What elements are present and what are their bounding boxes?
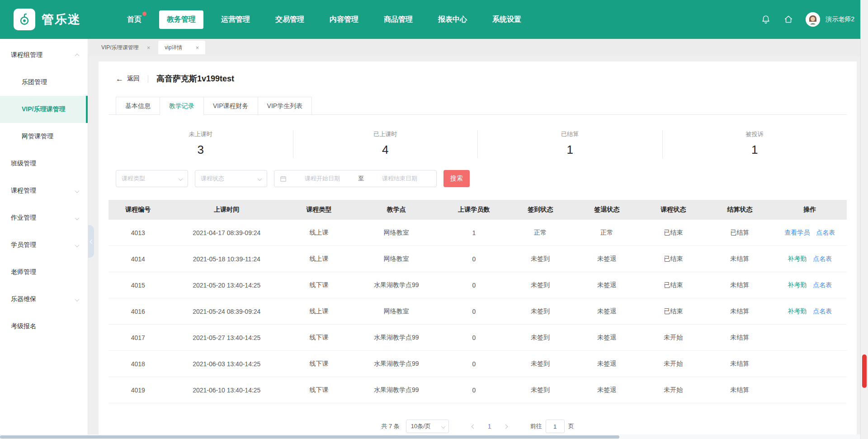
stat-value: 4 (293, 143, 478, 157)
detail-tab[interactable]: VIP学生列表 (258, 97, 312, 115)
nav-item[interactable]: 运营管理 (213, 10, 258, 29)
goto-page: 前往 页 (530, 420, 574, 433)
prev-page-button[interactable] (468, 425, 478, 428)
action-link[interactable]: 点名表 (813, 255, 832, 262)
table-header-cell: 结算状态 (707, 206, 773, 214)
current-page-number[interactable]: 1 (484, 423, 495, 430)
table-cell-site: 网络教室 (352, 307, 441, 316)
table-cell-site: 网络教室 (352, 255, 441, 263)
sidebar-item[interactable]: 课程管理 (0, 177, 88, 204)
table-cell-settle: 已结算 (707, 229, 773, 237)
stat-cell: 未上课时3 (108, 130, 293, 158)
sidebar-item[interactable]: 考级报名 (0, 313, 88, 340)
stat-label: 已上课时 (293, 130, 478, 138)
sidebar-item-label: 老师管理 (11, 268, 36, 276)
stat-cell: 已结算1 (478, 130, 663, 158)
sidebar-collapse-handle[interactable] (88, 225, 94, 258)
close-icon[interactable]: × (147, 45, 151, 51)
user-name[interactable]: 演示老师2 (826, 15, 854, 24)
page-size-select[interactable]: 10条/页 (406, 420, 449, 433)
page-tab[interactable]: vip详情× (158, 41, 205, 54)
action-link[interactable]: 补考勤 (788, 255, 807, 262)
brand[interactable]: 管乐迷 (14, 9, 81, 30)
horizontal-scrollbar[interactable] (0, 434, 860, 439)
page-tab-label: vip详情 (165, 44, 182, 52)
action-link[interactable]: 点名表 (813, 281, 832, 288)
stat-label: 未上课时 (108, 130, 293, 138)
nav-item[interactable]: 交易管理 (268, 10, 312, 29)
goto-label: 前往 (530, 422, 542, 430)
table-cell-type: 线上课 (286, 229, 352, 237)
date-separator: 至 (358, 175, 364, 183)
table-cell-checkin: 未签到 (507, 281, 574, 289)
nav-item[interactable]: 系统设置 (485, 10, 529, 29)
detail-tab[interactable]: 基本信息 (116, 97, 160, 115)
vertical-scrollbar[interactable] (860, 0, 868, 439)
header-divider (148, 75, 148, 83)
action-link[interactable]: 查看学员 (784, 229, 810, 236)
action-link[interactable]: 补考勤 (788, 307, 807, 315)
table-cell-status: 已结束 (640, 229, 707, 237)
vertical-scrollbar-thumb[interactable] (862, 354, 867, 388)
sidebar-item[interactable]: VIP/乐理课管理 (0, 96, 88, 123)
sidebar-item[interactable]: 作业管理 (0, 204, 88, 231)
table-cell-checkout: 未签退 (574, 334, 640, 342)
nav-item-label: 交易管理 (275, 15, 304, 23)
nav-item[interactable]: 内容管理 (322, 10, 366, 29)
table-cell-id: 4019 (108, 387, 168, 394)
date-range-input[interactable]: 课程开始日期 至 课程结束日期 (274, 170, 437, 187)
table-header-cell: 课程状态 (640, 206, 707, 214)
table-row: 40132021-04-17 08:39-09:24线上课网络教室1正常正常已结… (108, 220, 847, 246)
table-header-cell: 课程类型 (286, 206, 352, 214)
table-header-cell: 教学点 (352, 206, 441, 214)
sidebar-item[interactable]: 乐器维保 (0, 286, 88, 313)
table-cell-checkout: 未签退 (574, 360, 640, 368)
table-cell-actions: 补考勤点名表 (773, 281, 847, 289)
search-button[interactable]: 搜索 (443, 170, 470, 187)
course-type-select[interactable]: 课程类型 (116, 170, 188, 187)
horizontal-scrollbar-thumb[interactable] (0, 435, 619, 439)
table-cell-checkout: 未签退 (574, 255, 640, 263)
detail-tab[interactable]: VIP课程财务 (204, 97, 258, 115)
nav-item[interactable]: 首页 (119, 10, 149, 29)
action-link[interactable]: 补考勤 (788, 281, 807, 288)
action-link[interactable]: 点名表 (813, 307, 832, 315)
user-avatar[interactable] (806, 12, 820, 27)
table-cell-settle: 未结算 (707, 281, 773, 289)
table-cell-site: 水果湖教学点99 (352, 281, 441, 289)
close-icon[interactable]: × (196, 45, 199, 51)
table-cell-students: 1 (441, 229, 507, 236)
back-button[interactable]: ← 返回 (116, 75, 140, 83)
table-cell-students: 0 (441, 308, 507, 315)
home-icon[interactable] (783, 14, 794, 25)
nav-item-label: 商品管理 (384, 15, 413, 23)
nav-item[interactable]: 商品管理 (376, 10, 420, 29)
sidebar-item-label: 作业管理 (11, 214, 36, 222)
table-cell-status: 未开始 (640, 386, 707, 394)
table-cell-checkin: 未签到 (507, 307, 574, 316)
table-cell-id: 4015 (108, 282, 168, 289)
sidebar-item[interactable]: 老师管理 (0, 259, 88, 286)
notifications-bell-icon[interactable] (760, 14, 771, 25)
detail-tab[interactable]: 教学记录 (160, 97, 204, 115)
notification-dot-icon (142, 12, 146, 16)
sidebar-item-label: 网管课管理 (22, 132, 53, 141)
sidebar-item[interactable]: 乐团管理 (0, 69, 88, 96)
chevron-up-icon (75, 52, 79, 59)
sidebar-item[interactable]: 网管课管理 (0, 123, 88, 150)
table-body: 40132021-04-17 08:39-09:24线上课网络教室1正常正常已结… (108, 220, 847, 403)
action-link[interactable]: 点名表 (816, 229, 835, 236)
sidebar-item[interactable]: 班级管理 (0, 150, 88, 177)
table-cell-id: 4018 (108, 360, 168, 368)
goto-page-input[interactable] (546, 420, 565, 433)
next-page-button[interactable] (501, 425, 511, 428)
sidebar-item[interactable]: 学员管理 (0, 231, 88, 259)
page-tab[interactable]: VIP/乐理课管理× (95, 41, 156, 54)
sidebar-item[interactable]: 课程组管理 (0, 42, 88, 69)
table-cell-status: 已结束 (640, 255, 707, 263)
nav-item[interactable]: 报表中心 (430, 10, 475, 29)
course-status-select[interactable]: 课程状态 (195, 170, 267, 187)
stat-label: 被投诉 (663, 130, 847, 138)
table-header-cell: 课程编号 (108, 206, 168, 214)
nav-item[interactable]: 教务管理 (159, 10, 203, 29)
